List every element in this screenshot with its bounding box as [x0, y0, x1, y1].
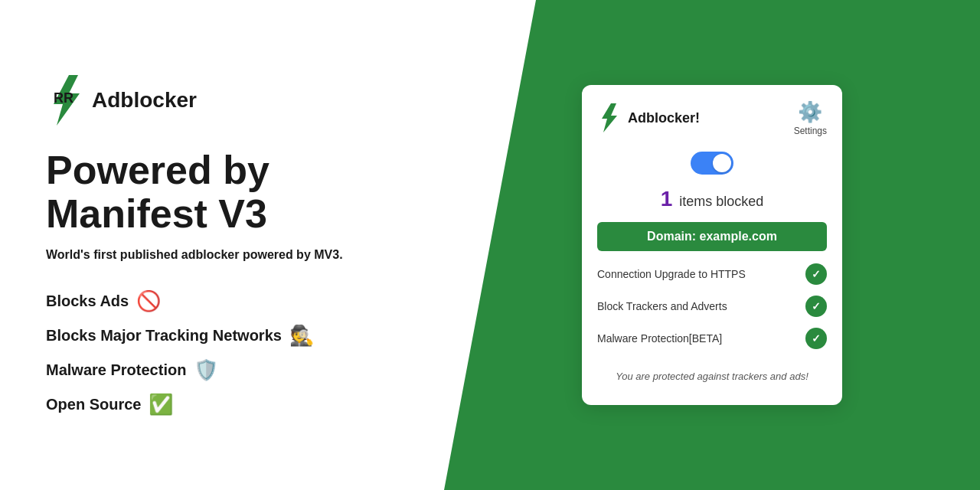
popup-card: Adblocker! ⚙️ Settings 1 items blocked D… — [582, 85, 842, 406]
feature-label-ads: Blocks Ads — [46, 292, 129, 310]
trackers-check: ✓ — [805, 296, 827, 317]
blocked-text: items blocked — [679, 194, 763, 209]
popup-feature-malware: Malware Protection[BETA] ✓ — [597, 326, 827, 351]
toggle-row — [597, 152, 827, 175]
settings-label: Settings — [794, 126, 827, 136]
blocked-row: 1 items blocked — [597, 187, 827, 211]
no-ads-icon: 🚫 — [136, 289, 161, 313]
logo-icon: RR — [46, 74, 86, 127]
logo-row: RR Adblocker — [46, 74, 429, 127]
headline: Powered by Manifest V3 — [46, 149, 429, 236]
svg-marker-2 — [602, 103, 617, 132]
check-icon: ✅ — [149, 393, 173, 416]
logo-text: Adblocker — [92, 88, 197, 113]
malware-check: ✓ — [805, 328, 827, 349]
popup-logo-icon — [597, 102, 622, 134]
feature-label-malware: Malware Protection — [46, 361, 186, 379]
enable-toggle[interactable] — [691, 152, 733, 175]
feature-opensource: Open Source ✅ — [46, 393, 429, 416]
right-panel: Adblocker! ⚙️ Settings 1 items blocked D… — [475, 85, 980, 406]
subtext: World's first published adblocker powere… — [46, 248, 429, 262]
feature-malware: Malware Protection 🛡️ — [46, 358, 429, 382]
settings-gear-icon: ⚙️ — [798, 100, 822, 124]
https-check: ✓ — [805, 263, 827, 285]
malware-label: Malware Protection[BETA] — [597, 332, 722, 345]
headline-line2: Manifest V3 — [46, 191, 267, 236]
headline-line1: Powered by — [46, 148, 270, 192]
left-panel: RR Adblocker Powered by Manifest V3 Worl… — [0, 43, 475, 447]
svg-text:RR: RR — [54, 90, 74, 106]
popup-feature-trackers: Block Trackers and Adverts ✓ — [597, 294, 827, 318]
feature-label-tracking: Blocks Major Tracking Networks — [46, 327, 282, 345]
trackers-label: Block Trackers and Adverts — [597, 300, 727, 312]
https-label: Connection Upgrade to HTTPS — [597, 268, 746, 280]
popup-title: Adblocker! — [628, 110, 700, 126]
spy-icon: 🕵️ — [289, 324, 314, 348]
popup-features: Connection Upgrade to HTTPS ✓ Block Trac… — [597, 262, 827, 351]
protection-message: You are protected against trackers and a… — [597, 363, 827, 390]
domain-bar: Domain: example.com — [597, 222, 827, 251]
shield-icon: 🛡️ — [194, 358, 218, 382]
feature-tracking: Blocks Major Tracking Networks 🕵️ — [46, 324, 429, 348]
feature-label-opensource: Open Source — [46, 396, 141, 413]
blocked-count: 1 — [661, 187, 673, 211]
settings-button[interactable]: ⚙️ Settings — [794, 100, 827, 136]
features-list: Blocks Ads 🚫 Blocks Major Tracking Netwo… — [46, 289, 429, 416]
popup-header: Adblocker! ⚙️ Settings — [597, 100, 827, 136]
popup-logo-row: Adblocker! — [597, 102, 700, 134]
popup-feature-https: Connection Upgrade to HTTPS ✓ — [597, 262, 827, 286]
feature-blocks-ads: Blocks Ads 🚫 — [46, 289, 429, 313]
